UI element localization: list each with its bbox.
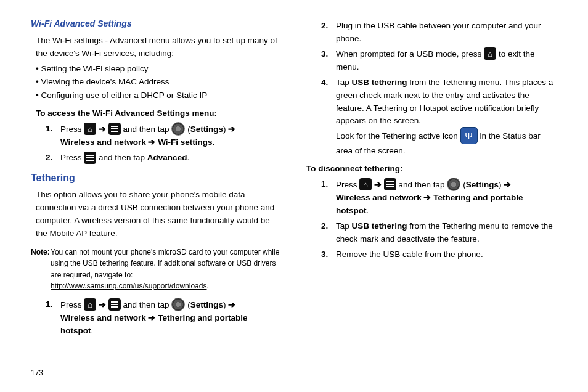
arrow-icon: ➔: [228, 125, 235, 134]
menu-icon: [108, 123, 121, 135]
menu-icon: [384, 178, 396, 190]
arrow-icon: ➔: [99, 125, 106, 134]
text: Tap: [336, 78, 352, 87]
text: and then tap: [123, 300, 172, 309]
step: 3. When prompted for a USB mode, press t…: [321, 48, 557, 74]
home-icon: [84, 123, 96, 135]
text: Remove the USB cable from the phone.: [336, 250, 483, 259]
gear-icon: [171, 298, 185, 311]
text: .: [367, 206, 369, 215]
path-part: Wi-Fi settings: [158, 137, 212, 147]
step: 1. Press ➔ and then tap (Settings) ➔ Wir…: [46, 123, 282, 149]
list-item: Setting the Wi-Fi sleep policy: [36, 63, 282, 76]
text: ): [499, 180, 504, 189]
step-marker: 2.: [321, 220, 328, 233]
step-marker: 2.: [321, 20, 328, 33]
two-column-layout: Wi-Fi Advanced Settings The Wi-Fi settin…: [31, 17, 557, 366]
menu-icon: [84, 152, 96, 164]
text: and then tap: [99, 153, 147, 162]
step-marker: 2.: [46, 152, 52, 165]
heading-tethering: Tethering: [31, 171, 282, 186]
step: 4. Tap USB tethering from the Tethering …: [321, 76, 557, 158]
arrow-icon: ➔: [148, 137, 155, 147]
text: and then tap: [123, 125, 172, 134]
home-icon: [484, 47, 496, 60]
step-marker: 3.: [321, 248, 328, 261]
text: .: [213, 137, 215, 147]
text: Press: [60, 125, 84, 134]
menu-icon: [108, 298, 121, 311]
text: ): [223, 125, 228, 134]
list-item: Viewing the device's MAC Address: [36, 76, 282, 89]
step: 1. Press ➔ and then tap (Settings) ➔ Wir…: [46, 298, 282, 338]
step-marker: 4.: [321, 76, 328, 89]
step: 3. Remove the USB cable from the phone.: [321, 248, 557, 261]
step-marker: 3.: [321, 48, 328, 61]
column-left: Wi-Fi Advanced Settings The Wi-Fi settin…: [31, 17, 282, 366]
list-item: Configuring use of either a DHCP or Stat…: [36, 89, 282, 102]
step-marker: 1.: [46, 123, 52, 136]
wifi-advanced-steps: 1. Press ➔ and then tap (Settings) ➔ Wir…: [46, 123, 282, 165]
path-part: Wireless and network: [60, 137, 146, 147]
text: .: [206, 282, 208, 290]
path-part: Wireless and network: [60, 313, 146, 322]
usb-tethering-label: USB tethering: [352, 221, 407, 231]
text: .: [187, 153, 189, 162]
text: Press: [336, 180, 359, 189]
note-link[interactable]: http://www.samsung.com/us/support/downlo…: [51, 282, 206, 290]
disconnect-steps: 1. Press ➔ and then tap (Settings) ➔ Wir…: [321, 178, 557, 261]
settings-label: Settings: [190, 125, 223, 134]
text: and then tap: [399, 180, 447, 189]
step: 2. Plug in the USB cable between your co…: [321, 20, 557, 46]
text: Press: [60, 300, 84, 309]
text: Plug in the USB cable between your compu…: [336, 21, 541, 43]
arrow-icon: ➔: [99, 300, 106, 309]
wifi-advanced-intro: The Wi-Fi settings - Advanced menu allow…: [36, 35, 282, 60]
arrow-icon: ➔: [228, 300, 235, 309]
text: Look for the Tethering active icon: [336, 131, 460, 141]
step: 1. Press ➔ and then tap (Settings) ➔ Wir…: [321, 178, 557, 218]
arrow-icon: ➔: [504, 180, 511, 189]
note-label: Note:: [31, 247, 50, 258]
step: 2. Press and then tap Advanced.: [46, 152, 282, 165]
text: When prompted for a USB mode, press: [336, 49, 484, 59]
advanced-label: Advanced: [147, 153, 187, 162]
tethering-steps: 1. Press ➔ and then tap (Settings) ➔ Wir…: [46, 298, 282, 338]
heading-wifi-advanced: Wi-Fi Advanced Settings: [31, 17, 282, 31]
note-text: You can not mount your phone's microSD c…: [51, 248, 279, 279]
text: .: [91, 326, 94, 335]
usb-tethering-label: USB tethering: [352, 78, 407, 87]
wifi-advanced-leadin: To access the Wi-Fi Advanced Settings me…: [36, 107, 282, 120]
gear-icon: [447, 178, 460, 191]
step-marker: 1.: [321, 178, 328, 191]
arrow-icon: ➔: [374, 180, 382, 189]
text: Press: [60, 153, 84, 162]
arrow-icon: ➔: [423, 193, 431, 202]
page-number: 173: [31, 369, 557, 377]
wifi-advanced-bullets: Setting the Wi-Fi sleep policy Viewing t…: [31, 63, 282, 103]
column-right: 2. Plug in the USB cable between your co…: [306, 17, 557, 366]
settings-label: Settings: [190, 300, 223, 309]
settings-label: Settings: [466, 180, 499, 189]
manual-page: Wi-Fi Advanced Settings The Wi-Fi settin…: [0, 0, 588, 392]
path-part: Wireless and network: [336, 193, 422, 202]
usb-tethering-icon: [460, 127, 478, 144]
tethering-steps-cont: 2. Plug in the USB cable between your co…: [321, 20, 557, 158]
text: ): [223, 300, 228, 309]
disconnect-leadin: To disconnect tethering:: [306, 163, 557, 176]
home-icon: [84, 298, 96, 311]
text: Tap: [336, 221, 352, 231]
note-block: Note: You can not mount your phone's mic…: [31, 247, 282, 292]
home-icon: [359, 178, 372, 190]
arrow-icon: ➔: [148, 313, 155, 322]
step: 2. Tap USB tethering from the Tethering …: [321, 220, 557, 246]
tethering-intro: This option allows you to share your pho…: [36, 189, 282, 240]
gear-icon: [171, 122, 185, 136]
step-marker: 1.: [46, 298, 52, 311]
